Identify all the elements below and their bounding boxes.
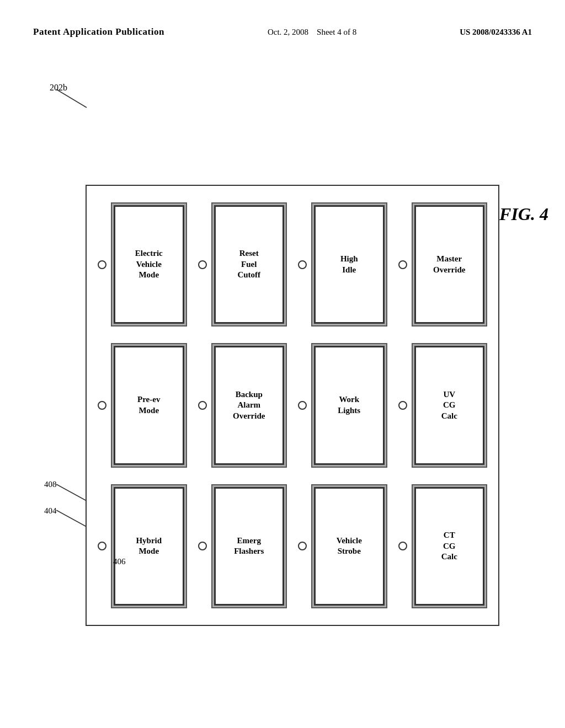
page-header: Patent Application Publication Oct. 2, 2…	[0, 26, 565, 38]
button-cell-ct-cg-calc: CTCGCalc	[398, 484, 488, 608]
sheet-info: Sheet 4 of 8	[317, 28, 356, 36]
button-vehicle-strobe[interactable]: VehicleStrobe	[311, 484, 387, 608]
button-grid: ElectricVehicleMode ResetFuelCutoff High…	[98, 202, 487, 608]
button-cell-master-override: MasterOverride	[398, 202, 488, 326]
button-reset-fuel-cutoff[interactable]: ResetFuelCutoff	[211, 202, 287, 326]
ref-404-label: 404	[44, 506, 57, 516]
button-emerg-flashers[interactable]: EmergFlashers	[211, 484, 287, 608]
button-master-override[interactable]: MasterOverride	[412, 202, 488, 326]
button-pre-ev-mode[interactable]: Pre-evMode	[111, 343, 187, 467]
button-cell-work-lights: WorkLights	[298, 343, 387, 467]
button-work-lights[interactable]: WorkLights	[311, 343, 387, 467]
button-electric-vehicle-mode[interactable]: ElectricVehicleMode	[111, 202, 187, 326]
button-cell-reset-fuel-cutoff: ResetFuelCutoff	[198, 202, 287, 326]
ref-406-label: 406	[113, 557, 126, 566]
button-high-idle[interactable]: HighIdle	[311, 202, 387, 326]
radio-high-idle[interactable]	[298, 260, 307, 269]
radio-ct-cg-calc[interactable]	[398, 542, 407, 550]
button-cell-hybrid-mode: HybridMode	[98, 484, 187, 608]
radio-hybrid-mode[interactable]	[98, 542, 106, 550]
main-panel: ElectricVehicleMode ResetFuelCutoff High…	[86, 185, 499, 626]
radio-reset-fuel-cutoff[interactable]	[198, 260, 207, 269]
button-hybrid-mode[interactable]: HybridMode	[111, 484, 187, 608]
button-uv-cg-calc[interactable]: UVCGCalc	[412, 343, 488, 467]
radio-electric-vehicle-mode[interactable]	[98, 260, 106, 269]
publication-title: Patent Application Publication	[33, 26, 164, 38]
radio-work-lights[interactable]	[298, 401, 307, 410]
date-and-sheet: Oct. 2, 2008 Sheet 4 of 8	[268, 28, 356, 37]
radio-master-override[interactable]	[398, 260, 407, 269]
ref-408-label: 408	[44, 480, 57, 489]
button-cell-high-idle: HighIdle	[298, 202, 387, 326]
radio-emerg-flashers[interactable]	[198, 542, 207, 550]
button-ct-cg-calc[interactable]: CTCGCalc	[412, 484, 488, 608]
button-cell-uv-cg-calc: UVCGCalc	[398, 343, 488, 467]
radio-backup-alarm-override[interactable]	[198, 401, 207, 410]
publication-date: Oct. 2, 2008	[268, 28, 308, 36]
button-cell-emerg-flashers: EmergFlashers	[198, 484, 287, 608]
button-cell-electric-vehicle-mode: ElectricVehicleMode	[98, 202, 187, 326]
radio-pre-ev-mode[interactable]	[98, 401, 106, 410]
button-cell-backup-alarm-override: BackupAlarmOverride	[198, 343, 287, 467]
radio-vehicle-strobe[interactable]	[298, 542, 307, 550]
patent-number: US 2008/0243336 A1	[460, 28, 532, 37]
radio-uv-cg-calc[interactable]	[398, 401, 407, 410]
button-backup-alarm-override[interactable]: BackupAlarmOverride	[211, 343, 287, 467]
button-cell-vehicle-strobe: VehicleStrobe	[298, 484, 387, 608]
ref-202b-label: 202b	[50, 83, 67, 93]
diagram-area: 202b ElectricVehicleMode ResetFuelCutoff…	[33, 83, 513, 645]
button-cell-pre-ev-mode: Pre-evMode	[98, 343, 187, 467]
figure-label: FIG. 4	[499, 204, 548, 224]
